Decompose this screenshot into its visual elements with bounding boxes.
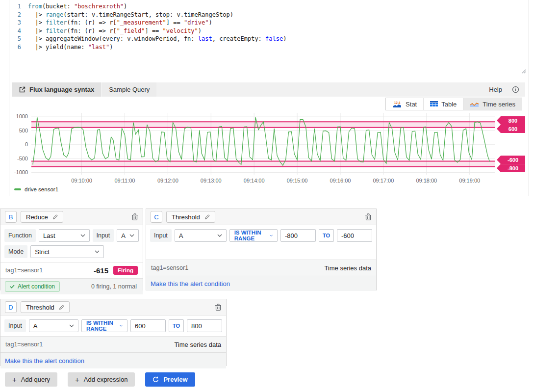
card-d-footer: Make this the alert condition xyxy=(0,352,226,368)
time-series-icon xyxy=(470,101,479,107)
edit-icon xyxy=(59,305,64,310)
function-select[interactable]: Last xyxy=(39,229,90,242)
firing-badge: Firing xyxy=(113,266,138,275)
tab-stat-label: Stat xyxy=(406,101,417,108)
external-link-icon xyxy=(19,86,25,93)
range-to-input[interactable] xyxy=(337,229,372,242)
card-d-delete-button[interactable] xyxy=(215,303,222,311)
chevron-down-icon xyxy=(95,250,100,253)
card-c-title-button[interactable]: Threshold xyxy=(166,211,215,223)
sample-query-button[interactable]: Sample Query xyxy=(102,82,156,97)
code-line[interactable]: |> range(start: v.timeRangeStart, stop: … xyxy=(28,11,529,19)
card-b-title: Reduce xyxy=(26,213,48,221)
help-link[interactable]: Help xyxy=(489,86,502,93)
bottom-actions: + Add query + Add expression Preview xyxy=(5,372,195,387)
card-b-footer: Alert condition 0 firing, 1 normal xyxy=(0,278,143,294)
input-value: A xyxy=(179,232,183,239)
view-tabs: 12.4 Stat Table Time series xyxy=(385,98,522,110)
card-b-delete-button[interactable] xyxy=(131,213,138,221)
tab-time-series[interactable]: Time series xyxy=(463,98,522,110)
operator-select[interactable]: IS WITHIN RANGE xyxy=(81,319,127,332)
add-query-button[interactable]: + Add query xyxy=(5,372,57,387)
code-line[interactable]: |> filter(fn: (r) => r["_measurement"] =… xyxy=(28,19,529,27)
card-c-header: C Threshold xyxy=(146,209,376,225)
y-tick-label: 500 xyxy=(19,128,28,133)
legend-swatch xyxy=(14,188,21,190)
y-tick-label: 0 xyxy=(25,141,28,147)
stat-icon: 12.4 xyxy=(392,101,402,108)
result-tag: tag1=sensor1 xyxy=(5,341,43,348)
x-tick-label: 09:10:00 xyxy=(71,178,92,183)
line-number: 4 xyxy=(9,27,21,35)
function-label: Function xyxy=(4,229,36,242)
add-expression-button[interactable]: + Add expression xyxy=(68,372,135,387)
firing-status: 0 firing, 1 normal xyxy=(91,283,138,290)
result-tag: tag1=sensor1 xyxy=(5,267,43,274)
expression-card-d: D Threshold Input A IS WITHIN RANGE xyxy=(0,299,227,366)
y-tick-label: -1000 xyxy=(14,169,28,175)
tab-table-label: Table xyxy=(441,101,457,108)
alert-condition-badge[interactable]: Alert condition xyxy=(5,281,60,292)
x-tick-label: 09:17:00 xyxy=(373,178,394,183)
trash-icon xyxy=(365,213,372,221)
code-line[interactable]: |> filter(fn: (r) => r["_field"] == "vel… xyxy=(28,27,529,35)
code-line[interactable]: |> yield(name: "last") xyxy=(28,43,529,52)
check-icon xyxy=(10,285,15,288)
plus-icon: + xyxy=(75,375,79,384)
editor-toolbar: Flux language syntax Sample Query Help xyxy=(12,82,525,97)
x-tick-label: 09:16:00 xyxy=(330,178,351,183)
mode-select[interactable]: Strict xyxy=(30,245,104,258)
y-tick-label: 1000 xyxy=(16,113,28,119)
query-panel: 123456 from(bucket: "boschrexroth") |> r… xyxy=(9,0,529,196)
card-d-title-button[interactable]: Threshold xyxy=(21,301,70,313)
make-alert-condition-link[interactable]: Make this the alert condition xyxy=(151,280,230,287)
preview-button[interactable]: Preview xyxy=(145,372,195,387)
range-to-input[interactable] xyxy=(187,319,222,332)
refresh-icon xyxy=(153,376,159,383)
input-select[interactable]: A xyxy=(117,229,139,242)
line-numbers: 123456 xyxy=(9,2,28,79)
result-type: Time series data xyxy=(324,264,371,272)
trash-icon xyxy=(215,303,222,311)
flux-syntax-button[interactable]: Flux language syntax xyxy=(12,82,101,97)
card-c-footer: Make this the alert condition xyxy=(146,276,376,291)
card-b-title-button[interactable]: Reduce xyxy=(21,211,63,223)
info-icon[interactable] xyxy=(512,86,519,93)
mode-value: Strict xyxy=(35,248,50,256)
result-value: -615 xyxy=(94,266,108,275)
operator-value: IS WITHIN RANGE xyxy=(234,230,266,241)
flux-code-editor[interactable]: 123456 from(bucket: "boschrexroth") |> r… xyxy=(9,0,529,79)
range-from-input[interactable] xyxy=(280,229,316,242)
operator-value: IS WITHIN RANGE xyxy=(86,320,116,332)
card-c-result-row: tag1=sensor1 Time series data xyxy=(146,260,376,276)
tab-stat[interactable]: 12.4 Stat xyxy=(386,98,423,110)
sample-query-label: Sample Query xyxy=(109,86,150,93)
chart-legend[interactable]: drive sensor1 xyxy=(14,186,530,192)
card-b-id-badge: B xyxy=(5,211,17,223)
tab-table[interactable]: Table xyxy=(423,98,463,110)
input-label: Input xyxy=(150,229,172,242)
add-expression-label: Add expression xyxy=(84,376,128,383)
mode-label: Mode xyxy=(4,245,27,258)
code-line[interactable]: from(bucket: "boschrexroth") xyxy=(28,2,529,11)
card-c-delete-button[interactable] xyxy=(365,213,372,221)
threshold-badge: 600 xyxy=(497,125,525,133)
make-alert-condition-link[interactable]: Make this the alert condition xyxy=(5,357,84,365)
card-c-body: Input A IS WITHIN RANGE TO xyxy=(146,225,376,260)
threshold-band xyxy=(31,161,495,167)
flux-syntax-label: Flux language syntax xyxy=(29,86,94,93)
chart-svg: 09:10:0009:11:0009:12:0009:13:0009:14:00… xyxy=(9,112,530,185)
chevron-down-icon xyxy=(217,234,222,237)
input-select[interactable]: A xyxy=(175,229,227,242)
code-line[interactable]: |> aggregateWindow(every: v.windowPeriod… xyxy=(28,35,529,43)
input-select[interactable]: A xyxy=(29,319,78,332)
line-number: 6 xyxy=(9,43,21,52)
x-tick-label: 09:11:00 xyxy=(114,178,135,183)
range-from-input[interactable] xyxy=(130,319,166,332)
code-lines[interactable]: from(bucket: "boschrexroth") |> range(st… xyxy=(28,2,529,79)
add-query-label: Add query xyxy=(21,376,50,383)
operator-select[interactable]: IS WITHIN RANGE xyxy=(229,229,278,242)
editor-resize-grip[interactable] xyxy=(521,68,526,76)
result-tag: tag1=sensor1 xyxy=(151,264,188,271)
to-label: TO xyxy=(319,229,334,242)
